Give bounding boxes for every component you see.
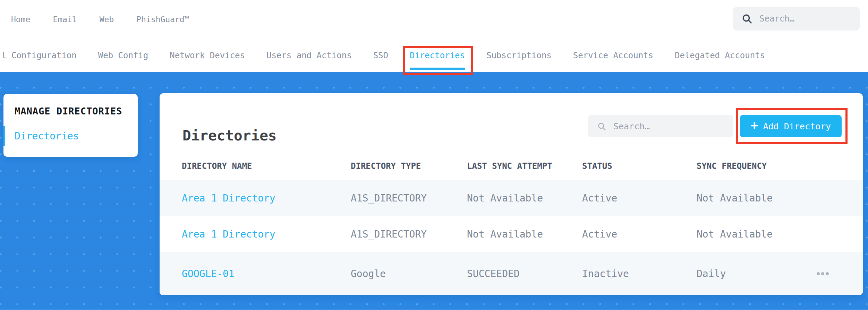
table-row: Area 1 Directory A1S_DIRECTORY Not Avail… [160, 180, 863, 216]
active-tab-underline [410, 68, 465, 70]
directory-type-cell: A1S_DIRECTORY [351, 192, 467, 204]
column-header-directory-name: DIRECTORY NAME [182, 161, 351, 171]
sync-frequency-cell: Daily [697, 268, 815, 279]
status-cell: Active [582, 192, 697, 204]
app-window: Home Email Web PhishGuard™ l Configurati… [0, 0, 868, 310]
add-directory-button-label: Add Directory [763, 121, 831, 131]
plus-icon: + [751, 119, 758, 132]
directories-card: Directories + Add Directory DIRECTORY NA… [160, 93, 863, 295]
directory-type-cell: A1S_DIRECTORY [351, 229, 467, 240]
sidebar-heading: MANAGE DIRECTORIES [15, 106, 122, 117]
column-header-status: STATUS [582, 161, 697, 171]
tab-directories-label: Directories [410, 51, 465, 60]
settings-tabbar: l Configuration Web Config Network Devic… [0, 39, 868, 72]
tab-network-devices[interactable]: Network Devices [170, 51, 245, 60]
global-search-input[interactable] [759, 14, 851, 24]
directory-name-link[interactable]: GOOGLE-01 [182, 268, 351, 279]
last-sync-cell: Not Available [467, 229, 582, 240]
nav-item-web[interactable]: Web [100, 15, 114, 24]
sync-frequency-cell: Not Available [697, 229, 815, 240]
last-sync-cell: SUCCEEDED [467, 268, 582, 279]
nav-item-email[interactable]: Email [53, 15, 77, 24]
search-icon [597, 122, 606, 131]
sync-frequency-cell: Not Available [697, 192, 815, 204]
tab-sso[interactable]: SSO [373, 51, 388, 60]
status-cell: Inactive [582, 268, 697, 279]
column-header-sync-frequency: SYNC FREQUENCY [697, 161, 815, 171]
tab-email-configuration[interactable]: l Configuration [1, 51, 77, 60]
directories-table: DIRECTORY NAME DIRECTORY TYPE LAST SYNC … [160, 152, 863, 295]
tab-delegated-accounts[interactable]: Delegated Accounts [675, 51, 765, 60]
nav-item-home[interactable]: Home [11, 15, 30, 24]
global-search-box [733, 7, 860, 31]
directories-search-input[interactable] [613, 121, 724, 132]
add-directory-button[interactable]: + Add Directory [740, 115, 842, 137]
table-row: GOOGLE-01 Google SUCCEEDED Inactive Dail… [160, 252, 863, 295]
status-cell: Active [582, 229, 697, 240]
tab-directories[interactable]: Directories [410, 51, 465, 60]
manage-directories-card: MANAGE DIRECTORIES Directories [3, 94, 138, 157]
sidebar-item-directories-label: Directories [15, 130, 79, 142]
tab-service-accounts[interactable]: Service Accounts [573, 51, 653, 60]
column-header-directory-type: DIRECTORY TYPE [351, 161, 467, 171]
directories-search-box [588, 115, 733, 137]
last-sync-cell: Not Available [467, 192, 582, 204]
search-icon [741, 13, 752, 24]
tab-users-and-actions[interactable]: Users and Actions [266, 51, 352, 60]
top-navbar: Home Email Web PhishGuard™ [0, 0, 868, 39]
table-row: Area 1 Directory A1S_DIRECTORY Not Avail… [160, 216, 863, 252]
row-actions-ellipsis-icon[interactable] [815, 272, 863, 275]
table-header-row: DIRECTORY NAME DIRECTORY TYPE LAST SYNC … [160, 152, 863, 180]
tab-subscriptions[interactable]: Subscriptions [486, 51, 552, 60]
directory-type-cell: Google [351, 268, 467, 279]
directory-name-link[interactable]: Area 1 Directory [182, 229, 351, 240]
directory-name-link[interactable]: Area 1 Directory [182, 192, 351, 204]
page-title: Directories [182, 128, 277, 144]
annotation-box-directories-tab [403, 46, 473, 75]
nav-item-phishguard[interactable]: PhishGuard™ [136, 15, 189, 24]
sidebar-item-directories[interactable]: Directories [3, 126, 79, 146]
content-canvas: MANAGE DIRECTORIES Directories Directori… [0, 72, 868, 310]
tab-web-config[interactable]: Web Config [98, 51, 148, 60]
column-header-last-sync-attempt: LAST SYNC ATTEMPT [467, 161, 582, 171]
